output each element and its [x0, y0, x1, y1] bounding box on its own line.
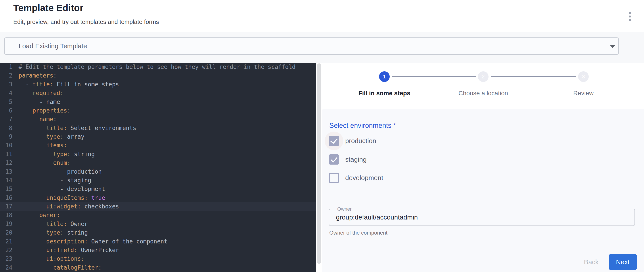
stepper: 1Fill in some steps2Choose a location3Re…	[322, 63, 644, 109]
step-1-label: Fill in some steps	[344, 90, 424, 97]
line-number: 7	[0, 115, 12, 123]
owner-helper-text: Owner of the component	[329, 230, 388, 236]
step-3-label: Review	[544, 90, 623, 97]
code-line: 1# Edit the template parameters below to…	[0, 63, 316, 71]
kebab-dot	[629, 16, 631, 18]
code-line: 11 type: string	[0, 150, 316, 159]
step-connector	[392, 76, 476, 77]
line-number: 20	[0, 228, 12, 237]
line-number: 9	[0, 132, 12, 141]
yaml-code-editor[interactable]: 1# Edit the template parameters below to…	[0, 63, 316, 272]
checkbox-row-development[interactable]: development	[329, 173, 383, 183]
line-number: 14	[0, 176, 12, 185]
owner-input[interactable]	[336, 211, 624, 224]
line-number: 19	[0, 220, 12, 228]
line-number: 5	[0, 98, 12, 106]
next-button[interactable]: Next	[608, 254, 637, 270]
template-form-panel: Select environments * productionstagingd…	[322, 109, 644, 272]
step-1-circle: 1	[379, 71, 390, 82]
code-line: 18 owner:	[0, 211, 316, 219]
more-options-kebab-icon[interactable]	[624, 9, 636, 23]
step-2-circle: 2	[478, 71, 488, 82]
editor-scrollbar-track	[316, 63, 322, 272]
line-number: 18	[0, 211, 12, 219]
code-line: 21 description: Owner of the component	[0, 237, 316, 246]
kebab-dot	[629, 19, 631, 21]
step-2-label: Choose a location	[444, 90, 523, 97]
line-number: 24	[0, 263, 12, 272]
template-select-strip: Load Existing Template	[0, 32, 644, 63]
checkbox-row-production[interactable]: production	[329, 136, 376, 146]
check-mark-icon	[330, 155, 338, 163]
code-line: 14 - staging	[0, 176, 316, 185]
code-line: 12 enum:	[0, 159, 316, 167]
line-number: 21	[0, 237, 12, 246]
code-line: 9 type: array	[0, 132, 316, 141]
checkbox-checked-icon	[329, 154, 339, 165]
code-line: 4 required:	[0, 89, 316, 97]
line-number: 4	[0, 89, 12, 97]
checkbox-label: development	[345, 174, 383, 182]
code-line: 23 ui:options:	[0, 254, 316, 263]
code-line: 19 title: Owner	[0, 220, 316, 228]
line-number: 3	[0, 80, 12, 89]
line-number: 17	[0, 202, 12, 211]
page-title: Template Editor	[13, 3, 84, 13]
line-number: 22	[0, 246, 12, 254]
code-line: 6 properties:	[0, 106, 316, 115]
code-line: 20 type: string	[0, 228, 316, 237]
line-number: 11	[0, 150, 12, 159]
page-subtitle: Edit, preview, and try out templates and…	[13, 19, 159, 26]
kebab-dot	[629, 12, 631, 14]
code-line: 8 title: Select environments	[0, 124, 316, 132]
checkbox-row-staging[interactable]: staging	[329, 154, 367, 165]
step-connector	[491, 76, 576, 77]
line-number: 12	[0, 159, 12, 167]
editor-scrollbar-thumb[interactable]	[317, 63, 321, 264]
checkbox-checked-icon	[329, 136, 339, 146]
code-line: 22 ui:field: OwnerPicker	[0, 246, 316, 254]
code-line: 2parameters:	[0, 71, 316, 80]
code-line: 24 catalogFilter:	[0, 263, 316, 272]
load-existing-template-select[interactable]: Load Existing Template	[4, 37, 619, 55]
page-header: Template Editor Edit, preview, and try o…	[0, 0, 644, 32]
checkbox-label: staging	[345, 156, 367, 163]
line-number: 13	[0, 168, 12, 176]
line-number: 16	[0, 194, 12, 202]
line-number: 10	[0, 141, 12, 150]
code-line: 15 - development	[0, 185, 316, 193]
line-number: 2	[0, 71, 12, 80]
code-line: 16 uniqueItems: true	[0, 194, 316, 202]
code-line: 7 name:	[0, 115, 316, 123]
line-number: 1	[0, 63, 12, 71]
select-placeholder: Load Existing Template	[18, 42, 87, 50]
code-line: 13 - production	[0, 168, 316, 176]
check-mark-icon	[330, 137, 338, 144]
code-line: 10 items:	[0, 141, 316, 150]
back-button[interactable]: Back	[578, 254, 604, 270]
line-number: 23	[0, 254, 12, 263]
owner-field: Owner	[329, 209, 635, 226]
code-line: 17 ui:widget: checkboxes	[0, 202, 316, 211]
checkbox-label: production	[345, 137, 376, 145]
environments-checkbox-group: productionstagingdevelopment	[322, 109, 644, 272]
code-line: 3 - title: Fill in some steps	[0, 80, 316, 89]
line-number: 15	[0, 185, 12, 193]
step-3-circle: 3	[578, 71, 589, 82]
checkbox-unchecked-icon	[329, 173, 339, 183]
dropdown-caret-icon	[610, 45, 616, 48]
line-number: 6	[0, 106, 12, 115]
code-line: 5 - name	[0, 98, 316, 106]
line-number: 8	[0, 124, 12, 132]
